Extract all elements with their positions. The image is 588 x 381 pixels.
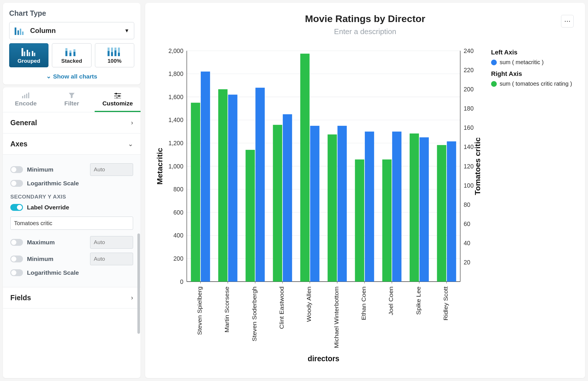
toggle-log-secondary[interactable] [10, 269, 23, 276]
label-minimum-primary: Minimum [27, 166, 86, 173]
svg-rect-26 [26, 94, 27, 98]
svg-text:80: 80 [464, 201, 470, 208]
grouped-bars-icon [20, 46, 38, 56]
svg-text:60: 60 [464, 220, 470, 227]
tab-customize-label: Customize [102, 100, 133, 107]
pct-bars-icon [106, 46, 123, 56]
chart-description[interactable]: Enter a description [155, 27, 575, 36]
chart-menu-button[interactable]: ⋯ [561, 15, 574, 28]
variant-stacked-label: Stacked [61, 58, 82, 64]
svg-text:180: 180 [464, 105, 474, 112]
svg-rect-107 [437, 145, 446, 282]
svg-text:Michael Winterbottom: Michael Winterbottom [333, 286, 340, 348]
section-fields-label: Fields [10, 294, 31, 302]
show-all-charts-link[interactable]: ⌄Show all charts [9, 71, 134, 80]
svg-rect-11 [65, 48, 67, 51]
variant-grouped-label: Grouped [17, 58, 40, 64]
svg-text:240: 240 [464, 47, 474, 54]
caret-down-icon: ▼ [124, 28, 129, 34]
toggle-log-primary[interactable] [10, 180, 23, 187]
chart-type-dropdown[interactable]: Column ▼ [9, 22, 134, 39]
svg-text:1,600: 1,600 [168, 93, 183, 101]
sliders-icon [114, 93, 121, 98]
section-axes[interactable]: Axes ⌄ [3, 133, 141, 155]
svg-text:200: 200 [174, 255, 184, 262]
chart-variant-row: Grouped Stacked [9, 43, 134, 67]
svg-rect-24 [22, 96, 23, 98]
config-tabs: Encode Filter Customize [3, 87, 141, 112]
svg-text:0: 0 [180, 278, 184, 285]
tab-customize[interactable]: Customize [95, 87, 141, 112]
section-general[interactable]: General › [3, 112, 141, 133]
section-general-label: General [10, 119, 37, 127]
config-panel: Encode Filter Customize General › Axes [3, 87, 141, 378]
chart-svg: 02004006008001,0001,2001,4001,6001,8002,… [155, 45, 483, 367]
chevron-down-icon: ⌄ [128, 140, 133, 148]
chart-title[interactable]: Movie Ratings by Director [155, 13, 575, 24]
svg-rect-96 [365, 131, 374, 282]
svg-text:Steven Spielberg: Steven Spielberg [196, 286, 203, 335]
svg-text:Clint Eastwood: Clint Eastwood [278, 286, 285, 329]
chart-panel: ⋯ Movie Ratings by Director Enter a desc… [145, 3, 585, 378]
svg-text:Metacritic: Metacritic [156, 148, 164, 185]
svg-text:1,000: 1,000 [168, 162, 183, 170]
svg-text:Woody Allen: Woody Allen [305, 286, 312, 322]
svg-rect-72 [201, 72, 210, 282]
input-minimum-primary[interactable] [90, 163, 133, 176]
svg-text:140: 140 [464, 143, 474, 151]
label-log-primary: Logarithmic Scale [27, 180, 133, 187]
svg-rect-76 [228, 95, 237, 282]
svg-rect-91 [328, 134, 337, 282]
input-maximum-secondary[interactable] [90, 236, 133, 249]
svg-rect-87 [300, 54, 309, 282]
variant-100pct-button[interactable]: 100% [95, 43, 134, 67]
label-maximum-secondary: Maximum [27, 239, 86, 246]
toggle-minimum-primary[interactable] [10, 166, 23, 173]
toggle-maximum-secondary[interactable] [10, 239, 23, 246]
legend-left-title: Left Axis [491, 49, 575, 56]
svg-text:400: 400 [174, 232, 184, 239]
svg-rect-23 [118, 48, 120, 53]
svg-text:2,000: 2,000 [168, 47, 183, 54]
section-fields[interactable]: Fields › [3, 287, 141, 309]
svg-text:40: 40 [464, 239, 470, 247]
variant-grouped-button[interactable]: Grouped [9, 43, 48, 67]
variant-stacked-button[interactable]: Stacked [52, 43, 91, 67]
svg-text:120: 120 [464, 162, 474, 170]
legend-right-item[interactable]: sum ( tomatoes critic rating ) [491, 80, 575, 87]
svg-text:220: 220 [464, 66, 474, 74]
svg-rect-21 [114, 48, 116, 50]
tab-filter[interactable]: Filter [49, 87, 95, 112]
toggle-minimum-secondary[interactable] [10, 256, 23, 262]
input-minimum-secondary[interactable] [90, 253, 133, 265]
svg-rect-13 [69, 50, 71, 53]
svg-rect-83 [273, 125, 282, 282]
section-axes-label: Axes [10, 140, 28, 148]
svg-text:Joel Coen: Joel Coen [388, 286, 394, 315]
svg-point-29 [115, 93, 117, 95]
chart-type-dropdown-label: Column [30, 27, 124, 35]
secondary-y-axis-heading: SECONDARY Y AXIS [10, 194, 133, 200]
svg-rect-104 [420, 137, 429, 282]
svg-text:Tomatoes critic: Tomatoes critic [474, 137, 482, 195]
svg-text:1,400: 1,400 [168, 116, 183, 124]
svg-rect-19 [111, 48, 113, 52]
svg-text:100: 100 [464, 182, 474, 189]
svg-rect-92 [338, 126, 347, 282]
svg-rect-25 [24, 95, 25, 98]
svg-text:Ethan Coen: Ethan Coen [360, 286, 367, 320]
input-label-override[interactable] [10, 217, 133, 230]
svg-rect-79 [246, 150, 255, 282]
svg-rect-6 [27, 50, 28, 56]
chevron-right-icon: › [131, 119, 133, 127]
scrollbar[interactable] [137, 233, 140, 334]
svg-rect-100 [392, 131, 401, 282]
legend-left-item[interactable]: sum ( metacritic ) [491, 59, 575, 66]
filter-icon [69, 93, 75, 98]
section-axes-body: Minimum Logarithmic Scale SECONDARY Y AX… [3, 155, 141, 287]
column-chart-icon [14, 26, 26, 35]
svg-text:directors: directors [308, 354, 339, 363]
svg-rect-4 [22, 48, 23, 56]
toggle-label-override[interactable] [10, 204, 23, 211]
tab-encode[interactable]: Encode [3, 87, 49, 112]
